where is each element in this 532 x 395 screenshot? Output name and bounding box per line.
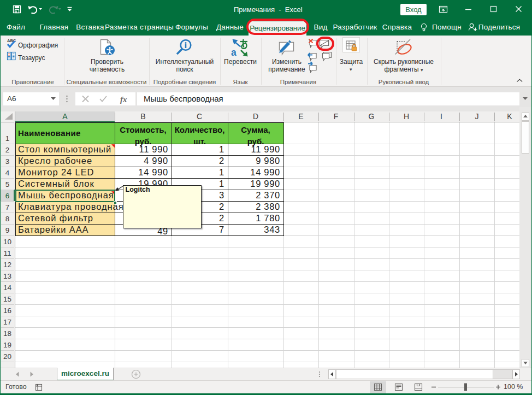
svg-text:a: a [231,47,237,58]
svg-text:ABC: ABC [7,38,16,43]
svg-text:fx: fx [120,95,127,104]
